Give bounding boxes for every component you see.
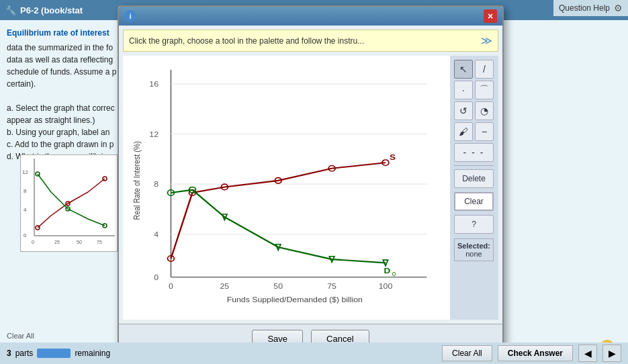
question-help-label: Question Help	[559, 3, 610, 13]
dot-tool[interactable]: ·	[454, 81, 473, 99]
info-text: Click the graph, choose a tool in the pa…	[129, 36, 364, 46]
tool-row-2: · ⌒	[454, 81, 494, 99]
svg-marker-46	[383, 260, 388, 266]
clear-button[interactable]: Clear	[454, 192, 494, 211]
clock-tool[interactable]: ◔	[475, 101, 494, 120]
tool-row-3: ↺ ◔	[454, 101, 494, 120]
undo-tool[interactable]: ↺	[454, 101, 473, 120]
status-click-text: Clear All	[7, 332, 34, 340]
parts-label: parts	[15, 349, 34, 358]
svg-text:0: 0	[32, 240, 34, 244]
delete-button[interactable]: Delete	[454, 169, 494, 188]
tool-row-4: 🖌 −	[454, 122, 494, 141]
modal-info-bar: Click the graph, choose a tool in the pa…	[123, 30, 498, 52]
next-button[interactable]: ▶	[602, 345, 621, 362]
paint-tool[interactable]: 🖌	[454, 122, 473, 141]
selected-display: Selected: none	[454, 238, 494, 261]
svg-text:12: 12	[149, 131, 159, 138]
chart-svg[interactable]: 16 12 8 4 0 0 25 50 75	[130, 62, 443, 313]
modal-title-bar: i ×	[119, 7, 502, 26]
minus-tool[interactable]: −	[475, 122, 494, 141]
svg-text:50: 50	[273, 283, 283, 290]
parts-number: 3	[7, 349, 11, 358]
help-tool-button[interactable]: ?	[454, 215, 494, 234]
svg-text:D: D	[384, 267, 391, 275]
svg-text:75: 75	[97, 240, 102, 244]
dashes-tool[interactable]: - - -	[454, 143, 494, 162]
bg-window-icon: 🔧	[5, 5, 16, 15]
svg-text:25: 25	[54, 240, 60, 244]
svg-text:0: 0	[154, 274, 159, 281]
svg-text:0: 0	[24, 232, 27, 238]
svg-text:100: 100	[379, 283, 393, 290]
parts-progress-bar	[37, 349, 71, 358]
tool-row-5: - - -	[454, 143, 494, 162]
svg-text:50: 50	[77, 240, 82, 244]
cursor-tool[interactable]: ↖	[454, 60, 473, 79]
modal-close-button[interactable]: ×	[484, 9, 497, 23]
tool-divider	[454, 165, 494, 166]
prev-button[interactable]: ◀	[578, 345, 597, 362]
svg-text:4: 4	[24, 207, 27, 213]
question-help-bar: Question Help ⚙	[553, 0, 628, 16]
svg-text:16: 16	[149, 81, 159, 88]
tool-palette: ↖ / · ⌒ ↺ ◔ 🖌 − - - -	[450, 56, 498, 320]
gear-icon[interactable]: ⚙	[614, 3, 623, 13]
mini-graph-preview: 12 8 4 0 0 25 50 75	[20, 154, 118, 252]
svg-text:0: 0	[392, 271, 396, 277]
remaining-label: remaining	[75, 349, 110, 358]
bottom-bar: 3 parts remaining Clear All Check Answer…	[0, 343, 628, 364]
curve-tool[interactable]: ⌒	[475, 81, 494, 99]
svg-text:25: 25	[220, 283, 229, 290]
svg-text:S: S	[390, 153, 396, 162]
svg-text:75: 75	[327, 283, 337, 290]
check-answer-button[interactable]: Check Answer	[498, 345, 573, 361]
expand-icon[interactable]: ≫	[481, 34, 492, 47]
svg-text:4: 4	[154, 231, 159, 238]
bg-title: P6-2 (book/stat	[20, 5, 83, 15]
modal-body: 16 12 8 4 0 0 25 50 75	[119, 52, 502, 324]
selected-label: Selected:	[457, 242, 490, 250]
svg-text:12: 12	[22, 169, 28, 175]
svg-text:Real Rate of Interest (%): Real Rate of Interest (%)	[132, 141, 141, 220]
tool-row-1: ↖ /	[454, 60, 494, 79]
svg-text:8: 8	[24, 188, 27, 194]
clear-all-button[interactable]: Clear All	[442, 345, 492, 361]
svg-text:Funds Supplied/Demanded ($) bi: Funds Supplied/Demanded ($) billion	[227, 296, 363, 304]
graph-area[interactable]: 16 12 8 4 0 0 25 50 75	[123, 56, 450, 320]
selected-value: none	[457, 250, 490, 258]
line-tool[interactable]: /	[475, 60, 494, 79]
modal-info-icon: i	[124, 10, 136, 22]
modal-dialog: i × Click the graph, choose a tool in th…	[118, 5, 504, 355]
svg-text:8: 8	[154, 181, 159, 188]
svg-text:0: 0	[169, 283, 173, 290]
parts-remaining: 3 parts remaining	[7, 349, 110, 358]
bottom-status-text: Clear All	[0, 329, 118, 343]
